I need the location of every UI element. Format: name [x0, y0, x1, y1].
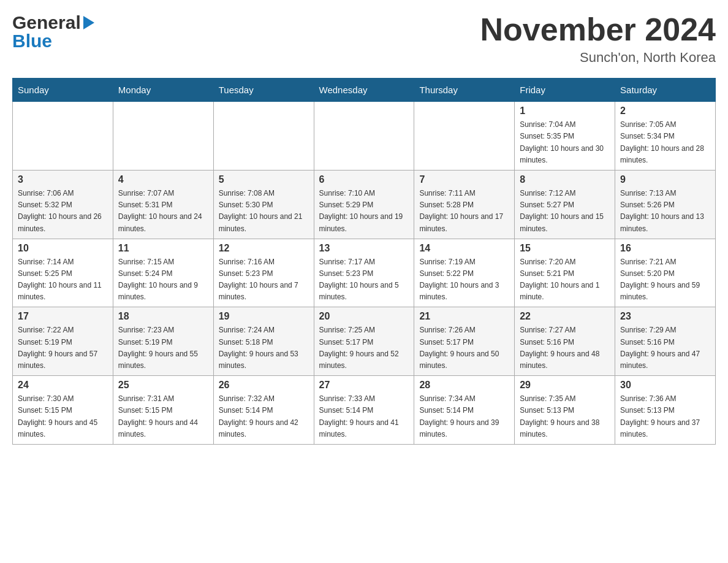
logo-arrow-icon — [83, 16, 94, 32]
table-row: 17Sunrise: 7:22 AMSunset: 5:19 PMDayligh… — [13, 307, 113, 376]
table-row: 1Sunrise: 7:04 AMSunset: 5:35 PMDaylight… — [515, 102, 615, 170]
day-number: 24 — [18, 380, 108, 391]
day-number: 15 — [520, 243, 610, 254]
logo-line1: General — [12, 12, 94, 33]
table-row: 30Sunrise: 7:36 AMSunset: 5:13 PMDayligh… — [615, 376, 716, 445]
col-sunday: Sunday — [13, 79, 113, 102]
day-number: 12 — [219, 243, 309, 254]
day-info: Sunrise: 7:33 AMSunset: 5:14 PMDaylight:… — [319, 393, 409, 440]
week-row-5: 24Sunrise: 7:30 AMSunset: 5:15 PMDayligh… — [13, 376, 716, 445]
month-title: November 2024 — [480, 12, 716, 47]
table-row: 20Sunrise: 7:25 AMSunset: 5:17 PMDayligh… — [314, 307, 414, 376]
day-number: 9 — [620, 174, 710, 185]
day-info: Sunrise: 7:19 AMSunset: 5:22 PMDaylight:… — [419, 256, 509, 304]
day-info: Sunrise: 7:30 AMSunset: 5:15 PMDaylight:… — [18, 393, 108, 440]
table-row: 18Sunrise: 7:23 AMSunset: 5:19 PMDayligh… — [113, 307, 213, 376]
table-row: 12Sunrise: 7:16 AMSunset: 5:23 PMDayligh… — [213, 239, 314, 307]
logo: General Blue — [12, 12, 94, 52]
col-saturday: Saturday — [615, 79, 716, 102]
table-row — [314, 102, 414, 170]
day-number: 27 — [319, 380, 409, 391]
week-row-1: 1Sunrise: 7:04 AMSunset: 5:35 PMDaylight… — [13, 102, 716, 170]
day-info: Sunrise: 7:12 AMSunset: 5:27 PMDaylight:… — [520, 188, 610, 235]
day-info: Sunrise: 7:34 AMSunset: 5:14 PMDaylight:… — [419, 393, 509, 440]
day-info: Sunrise: 7:13 AMSunset: 5:26 PMDaylight:… — [620, 188, 710, 235]
day-number: 2 — [620, 105, 710, 117]
table-row — [113, 102, 213, 170]
day-info: Sunrise: 7:07 AMSunset: 5:31 PMDaylight:… — [118, 188, 208, 235]
page-header: General Blue November 2024 Sunch'on, Nor… — [12, 12, 716, 66]
calendar-header-row: Sunday Monday Tuesday Wednesday Thursday… — [13, 79, 716, 102]
table-row: 3Sunrise: 7:06 AMSunset: 5:32 PMDaylight… — [13, 170, 113, 239]
table-row — [13, 102, 113, 170]
day-number: 4 — [118, 174, 208, 185]
day-number: 10 — [18, 243, 108, 254]
table-row — [414, 102, 515, 170]
table-row: 26Sunrise: 7:32 AMSunset: 5:14 PMDayligh… — [213, 376, 314, 445]
day-number: 18 — [118, 311, 208, 322]
table-row: 25Sunrise: 7:31 AMSunset: 5:15 PMDayligh… — [113, 376, 213, 445]
table-row: 23Sunrise: 7:29 AMSunset: 5:16 PMDayligh… — [615, 307, 716, 376]
table-row: 8Sunrise: 7:12 AMSunset: 5:27 PMDaylight… — [515, 170, 615, 239]
table-row: 10Sunrise: 7:14 AMSunset: 5:25 PMDayligh… — [13, 239, 113, 307]
day-info: Sunrise: 7:25 AMSunset: 5:17 PMDaylight:… — [319, 324, 409, 372]
table-row: 4Sunrise: 7:07 AMSunset: 5:31 PMDaylight… — [113, 170, 213, 239]
day-number: 19 — [219, 311, 309, 322]
day-number: 22 — [520, 311, 610, 322]
logo-blue-text: Blue — [12, 31, 94, 52]
day-number: 6 — [319, 174, 409, 185]
day-info: Sunrise: 7:32 AMSunset: 5:14 PMDaylight:… — [219, 393, 309, 440]
day-info: Sunrise: 7:35 AMSunset: 5:13 PMDaylight:… — [520, 393, 610, 440]
table-row: 5Sunrise: 7:08 AMSunset: 5:30 PMDaylight… — [213, 170, 314, 239]
day-info: Sunrise: 7:10 AMSunset: 5:29 PMDaylight:… — [319, 188, 409, 235]
day-info: Sunrise: 7:36 AMSunset: 5:13 PMDaylight:… — [620, 393, 710, 440]
table-row: 27Sunrise: 7:33 AMSunset: 5:14 PMDayligh… — [314, 376, 414, 445]
day-info: Sunrise: 7:08 AMSunset: 5:30 PMDaylight:… — [219, 188, 309, 235]
day-number: 13 — [319, 243, 409, 254]
day-info: Sunrise: 7:29 AMSunset: 5:16 PMDaylight:… — [620, 324, 710, 372]
title-block: November 2024 Sunch'on, North Korea — [480, 12, 716, 66]
table-row: 11Sunrise: 7:15 AMSunset: 5:24 PMDayligh… — [113, 239, 213, 307]
logo-general-text: General — [12, 12, 81, 33]
day-number: 17 — [18, 311, 108, 322]
day-info: Sunrise: 7:31 AMSunset: 5:15 PMDaylight:… — [118, 393, 208, 440]
col-tuesday: Tuesday — [213, 79, 314, 102]
day-number: 3 — [18, 174, 108, 185]
table-row: 2Sunrise: 7:05 AMSunset: 5:34 PMDaylight… — [615, 102, 716, 170]
day-number: 14 — [419, 243, 509, 254]
table-row: 15Sunrise: 7:20 AMSunset: 5:21 PMDayligh… — [515, 239, 615, 307]
day-info: Sunrise: 7:21 AMSunset: 5:20 PMDaylight:… — [620, 256, 710, 304]
svg-marker-0 — [83, 16, 94, 29]
col-friday: Friday — [515, 79, 615, 102]
table-row: 22Sunrise: 7:27 AMSunset: 5:16 PMDayligh… — [515, 307, 615, 376]
day-number: 28 — [419, 380, 509, 391]
table-row: 29Sunrise: 7:35 AMSunset: 5:13 PMDayligh… — [515, 376, 615, 445]
table-row: 14Sunrise: 7:19 AMSunset: 5:22 PMDayligh… — [414, 239, 515, 307]
day-info: Sunrise: 7:15 AMSunset: 5:24 PMDaylight:… — [118, 256, 208, 304]
calendar-table: Sunday Monday Tuesday Wednesday Thursday… — [12, 78, 716, 445]
week-row-4: 17Sunrise: 7:22 AMSunset: 5:19 PMDayligh… — [13, 307, 716, 376]
day-info: Sunrise: 7:20 AMSunset: 5:21 PMDaylight:… — [520, 256, 610, 304]
day-number: 20 — [319, 311, 409, 322]
week-row-2: 3Sunrise: 7:06 AMSunset: 5:32 PMDaylight… — [13, 170, 716, 239]
day-info: Sunrise: 7:26 AMSunset: 5:17 PMDaylight:… — [419, 324, 509, 372]
table-row — [213, 102, 314, 170]
day-info: Sunrise: 7:14 AMSunset: 5:25 PMDaylight:… — [18, 256, 108, 304]
day-info: Sunrise: 7:16 AMSunset: 5:23 PMDaylight:… — [219, 256, 309, 304]
day-info: Sunrise: 7:27 AMSunset: 5:16 PMDaylight:… — [520, 324, 610, 372]
day-info: Sunrise: 7:23 AMSunset: 5:19 PMDaylight:… — [118, 324, 208, 372]
week-row-3: 10Sunrise: 7:14 AMSunset: 5:25 PMDayligh… — [13, 239, 716, 307]
table-row: 7Sunrise: 7:11 AMSunset: 5:28 PMDaylight… — [414, 170, 515, 239]
day-info: Sunrise: 7:22 AMSunset: 5:19 PMDaylight:… — [18, 324, 108, 372]
table-row: 6Sunrise: 7:10 AMSunset: 5:29 PMDaylight… — [314, 170, 414, 239]
location-text: Sunch'on, North Korea — [480, 50, 716, 66]
day-number: 8 — [520, 174, 610, 185]
table-row: 9Sunrise: 7:13 AMSunset: 5:26 PMDaylight… — [615, 170, 716, 239]
day-info: Sunrise: 7:17 AMSunset: 5:23 PMDaylight:… — [319, 256, 409, 304]
table-row: 21Sunrise: 7:26 AMSunset: 5:17 PMDayligh… — [414, 307, 515, 376]
table-row: 19Sunrise: 7:24 AMSunset: 5:18 PMDayligh… — [213, 307, 314, 376]
col-monday: Monday — [113, 79, 213, 102]
day-number: 1 — [520, 105, 610, 117]
col-thursday: Thursday — [414, 79, 515, 102]
day-info: Sunrise: 7:24 AMSunset: 5:18 PMDaylight:… — [219, 324, 309, 372]
